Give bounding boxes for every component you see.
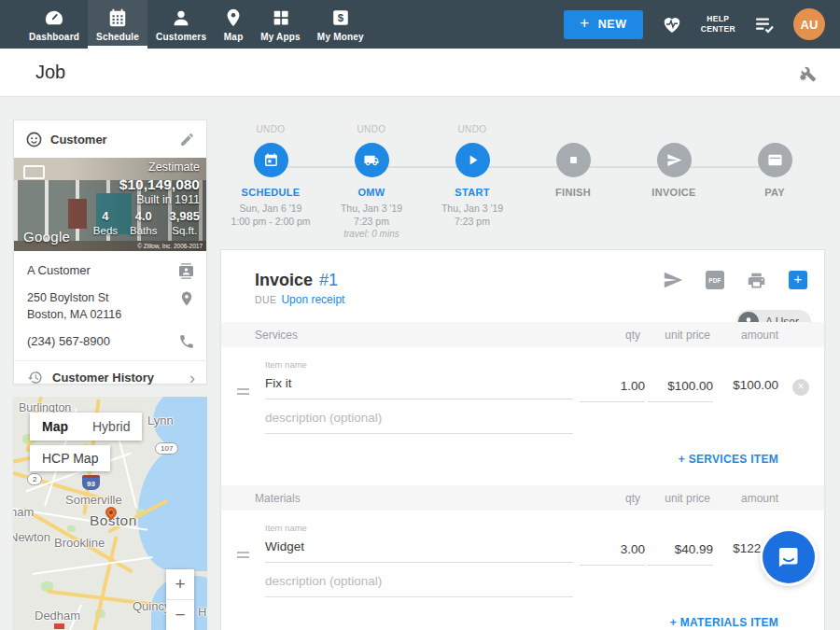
user-avatar[interactable]: AU (793, 8, 825, 40)
undo-link[interactable]: UNDO (422, 124, 523, 136)
service-line-item: Item name Fix it 1.00 $100.00 $100.00 × … (221, 347, 824, 434)
finish-step-button[interactable] (556, 143, 591, 177)
nav-item-my-money[interactable]: $ My Money (309, 0, 372, 49)
invoice-step-button[interactable] (657, 143, 692, 177)
nav-item-dashboard[interactable]: Dashboard (21, 0, 88, 49)
pdf-icon[interactable]: PDF (706, 271, 724, 289)
send-invoice-icon[interactable] (663, 270, 683, 290)
services-section-header: Services qty unit price amount (221, 322, 824, 347)
map-label-waltham: ham (13, 505, 34, 519)
baths-label: Baths (130, 224, 157, 237)
help-center-line2: CENTER (701, 24, 735, 35)
phone-icon[interactable] (178, 333, 195, 350)
step-date: Sun, Jan 6 '19 (220, 202, 321, 215)
qty-column-header: qty (625, 329, 640, 342)
top-nav: Dashboard Schedule Customers Map My Apps (0, 0, 840, 49)
drag-handle[interactable] (237, 552, 249, 561)
page-header: Job (0, 49, 840, 97)
new-button[interactable]: + NEW (564, 10, 643, 39)
add-invoice-item-button[interactable]: + (789, 271, 807, 289)
chat-support-button[interactable] (763, 531, 815, 583)
credit-card-icon (767, 152, 783, 168)
remove-item-button[interactable]: × (792, 379, 809, 396)
qty-input[interactable]: 3.00 (580, 542, 645, 566)
step-time: 7:23 pm (422, 215, 523, 228)
line-amount: $100.00 (733, 378, 778, 392)
contact-card-icon[interactable] (177, 262, 195, 280)
map-label-lynn: Lynn (147, 413, 174, 427)
invoice-card: Invoice #1 PDF + DUE Upon rece (220, 249, 825, 630)
map-label-dedham: Dedham (35, 609, 80, 623)
edit-pencil-icon[interactable] (179, 132, 195, 147)
customer-history-link[interactable]: Customer History › (14, 361, 206, 394)
nav-item-map[interactable]: Map (215, 0, 252, 49)
map-widget: 93 107 2 Burlington Lynn Somerville ham … (13, 397, 207, 630)
unit-price-input[interactable]: $100.00 (648, 379, 713, 402)
item-name-input[interactable]: Fix it (265, 376, 573, 399)
item-name-label: Item name (265, 523, 824, 533)
item-name-input[interactable]: Widget (265, 539, 573, 563)
nav-label: Dashboard (29, 32, 79, 42)
description-input[interactable]: description (optional) (265, 574, 573, 597)
step-label: FINISH (523, 187, 623, 198)
customer-name: A Customer (27, 262, 177, 279)
customer-phone: (234) 567-8900 (27, 333, 178, 350)
calendar-icon (263, 152, 279, 168)
map-type-hybrid-button[interactable]: Hybrid (80, 413, 142, 441)
help-center-link[interactable]: HELP CENTER (701, 14, 735, 35)
sqft-value: 3,985 (169, 209, 200, 224)
schedule-step-button[interactable] (254, 143, 288, 177)
drag-handle[interactable] (237, 388, 249, 398)
timeline-step-invoice: INVOICE (623, 124, 724, 241)
nav-item-my-apps[interactable]: My Apps (252, 0, 309, 49)
map-zoom-control: + − (166, 569, 194, 630)
due-label: DUE (255, 294, 276, 305)
nav-item-schedule[interactable]: Schedule (88, 0, 147, 49)
undo-link[interactable]: UNDO (220, 124, 321, 136)
map-label-brookline: Brookline (54, 536, 105, 550)
unit-price-input[interactable]: $40.99 (648, 542, 713, 566)
chat-bubble-icon (776, 544, 802, 570)
step-label: INVOICE (623, 187, 724, 198)
print-icon[interactable] (747, 271, 766, 290)
zestimate-value: $10,149,080 (93, 175, 200, 193)
step-time: 1:00 pm - 2:00 pm (220, 215, 321, 228)
add-materials-item-link[interactable]: + MATERIALS ITEM (670, 616, 778, 629)
description-input[interactable]: description (optional) (265, 411, 573, 434)
customer-card-title: Customer (50, 133, 172, 147)
location-pin-icon[interactable] (178, 290, 195, 307)
customers-icon (171, 7, 191, 28)
qty-input[interactable]: 1.00 (580, 379, 645, 402)
due-terms-link[interactable]: Upon receipt (281, 293, 344, 306)
map-label-hingham: Hi (198, 605, 207, 619)
job-settings-wrench-icon[interactable] (797, 63, 818, 83)
task-list-icon[interactable] (753, 13, 776, 35)
amount-column-header: amount (741, 329, 778, 342)
heart-pulse-icon[interactable] (661, 13, 683, 35)
new-button-label: NEW (598, 18, 627, 31)
photo-copyright: © Zillow, Inc. 2006-2017 (137, 243, 203, 249)
nav-item-customers[interactable]: Customers (147, 0, 215, 49)
start-step-button[interactable] (455, 143, 490, 177)
materials-add-row: + MATERIALS ITEM (221, 597, 824, 630)
app-frame: Dashboard Schedule Customers Map My Apps (0, 0, 840, 630)
pay-step-button[interactable] (758, 143, 792, 177)
help-center-line1: HELP (701, 14, 735, 24)
zoom-out-button[interactable]: − (166, 600, 194, 630)
invoice-number[interactable]: #1 (319, 271, 338, 290)
property-stats: 4Beds 4.0Baths 3,985Sq.ft. (93, 209, 200, 238)
step-date: Thu, Jan 3 '19 (321, 202, 422, 215)
route-2-shield: 2 (27, 473, 42, 485)
map-type-control: Map Hybrid (30, 413, 142, 441)
zoom-in-button[interactable]: + (166, 569, 194, 599)
add-services-item-link[interactable]: + SERVICES ITEM (679, 453, 778, 466)
customer-info: A Customer 250 Boylston St Boston, MA 02… (14, 251, 206, 350)
property-photo[interactable]: Zestimate $10,149,080 Built in 1911 4Bed… (14, 158, 206, 251)
beds-value: 4 (93, 209, 118, 224)
map-type-map-button[interactable]: Map (30, 413, 80, 441)
hcp-map-button[interactable]: HCP Map (30, 445, 110, 471)
omw-step-button[interactable] (355, 143, 389, 177)
play-icon (465, 152, 481, 168)
built-year: Built in 1911 (93, 193, 200, 208)
undo-link[interactable]: UNDO (321, 124, 422, 136)
